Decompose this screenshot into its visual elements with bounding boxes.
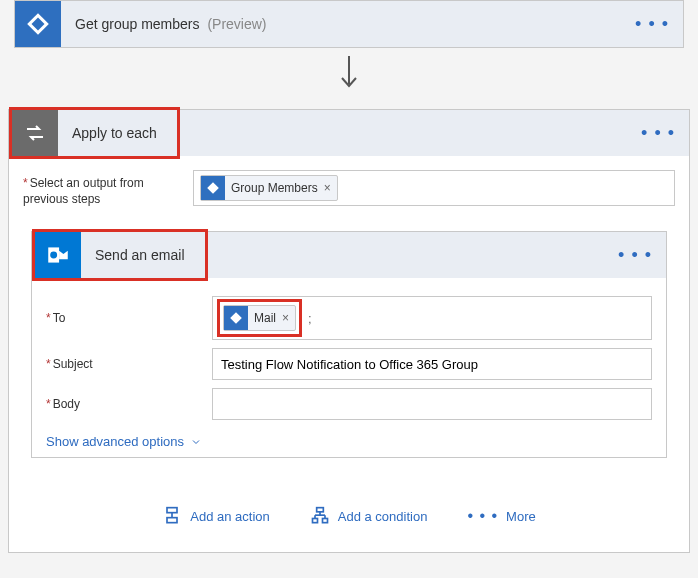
more-button[interactable]: • • • More — [467, 507, 535, 525]
body-input[interactable] — [212, 388, 652, 420]
get-group-members-title: Get group members — [75, 16, 200, 32]
show-advanced-options-link[interactable]: Show advanced options — [46, 434, 202, 449]
svg-rect-5 — [167, 518, 177, 523]
apply-to-each-header[interactable]: Apply to each • • • — [9, 110, 689, 156]
highlight-send-email: Send an email — [32, 229, 208, 281]
send-email-title: Send an email — [81, 232, 205, 278]
preview-tag: (Preview) — [207, 16, 266, 32]
get-group-members-header[interactable]: Get group members (Preview) • • • — [15, 1, 683, 47]
to-separator: ; — [308, 311, 312, 326]
add-condition-icon — [310, 506, 330, 526]
apply-to-each-title: Apply to each — [58, 110, 177, 156]
svg-point-2 — [50, 252, 57, 259]
add-action-button[interactable]: Add an action — [162, 506, 270, 526]
azure-ad-token-icon — [224, 306, 248, 330]
apply-to-each-menu-icon[interactable]: • • • — [641, 123, 675, 144]
svg-rect-11 — [312, 519, 317, 523]
azure-ad-icon — [15, 1, 61, 47]
azure-ad-token-icon — [201, 176, 225, 200]
get-group-members-card: Get group members (Preview) • • • — [14, 0, 684, 48]
token-group-members[interactable]: Group Members × — [200, 175, 338, 201]
to-label: *To — [46, 311, 204, 325]
arrow-down-icon — [0, 48, 698, 109]
body-label: *Body — [46, 397, 204, 411]
card-title-row: Get group members (Preview) — [61, 16, 267, 32]
apply-to-each-card: Apply to each • • • *Select an output fr… — [8, 109, 690, 553]
select-output-field[interactable]: Group Members × — [193, 170, 675, 206]
footer-actions: Add an action Add a condition • • • More — [23, 470, 675, 546]
svg-rect-6 — [316, 508, 323, 512]
loop-icon — [12, 110, 58, 156]
select-output-row: *Select an output from previous steps Gr… — [23, 170, 675, 207]
svg-rect-3 — [167, 508, 177, 513]
token-remove-icon[interactable]: × — [324, 181, 331, 195]
token-remove-icon[interactable]: × — [282, 311, 289, 325]
subject-input[interactable] — [212, 348, 652, 380]
apply-to-each-body: *Select an output from previous steps Gr… — [9, 156, 689, 552]
add-action-icon — [162, 506, 182, 526]
select-output-label: *Select an output from previous steps — [23, 170, 181, 207]
chevron-down-icon — [190, 436, 202, 448]
svg-rect-12 — [322, 519, 327, 523]
subject-label: *Subject — [46, 357, 204, 371]
token-mail[interactable]: Mail × — [223, 305, 296, 331]
add-condition-button[interactable]: Add a condition — [310, 506, 428, 526]
send-email-header[interactable]: Send an email • • • — [32, 232, 666, 278]
send-email-menu-icon[interactable]: • • • — [618, 245, 652, 266]
card-menu-icon[interactable]: • • • — [635, 14, 669, 35]
outlook-icon — [35, 232, 81, 278]
body-row: *Body — [46, 388, 652, 420]
send-email-card: Send an email • • • *To Mail — [31, 231, 667, 458]
to-field[interactable]: Mail × ; — [212, 296, 652, 340]
highlight-apply-to-each: Apply to each — [9, 107, 180, 159]
to-row: *To Mail × ; — [46, 296, 652, 340]
subject-row: *Subject — [46, 348, 652, 380]
send-email-body: *To Mail × ; — [32, 278, 666, 457]
highlight-mail-token: Mail × — [217, 299, 302, 337]
more-dots-icon: • • • — [467, 507, 498, 525]
